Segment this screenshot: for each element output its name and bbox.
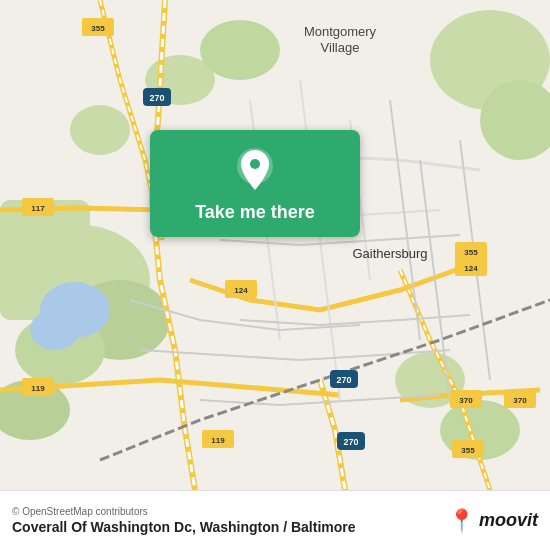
take-me-there-button[interactable]: Take me there: [150, 130, 360, 237]
svg-text:370: 370: [459, 396, 473, 405]
svg-text:117: 117: [31, 204, 45, 213]
moovit-logo: 📍 moovit: [448, 508, 538, 534]
svg-text:355: 355: [464, 248, 478, 257]
svg-text:370: 370: [513, 396, 527, 405]
take-me-there-label: Take me there: [195, 202, 315, 223]
svg-point-9: [200, 20, 280, 80]
bottom-left-info: © OpenStreetMap contributors Coverall Of…: [12, 506, 356, 535]
location-pin-icon: [231, 146, 279, 194]
svg-text:119: 119: [31, 384, 45, 393]
svg-text:355: 355: [461, 446, 475, 455]
location-name: Coverall Of Washington Dc, Washington / …: [12, 519, 356, 535]
map-container: 270 270 270 355 355 355 117 124 124 119 …: [0, 0, 550, 490]
svg-text:Gaithersburg: Gaithersburg: [352, 246, 427, 261]
bottom-bar: © OpenStreetMap contributors Coverall Of…: [0, 490, 550, 550]
svg-point-10: [70, 105, 130, 155]
svg-text:270: 270: [336, 375, 351, 385]
svg-text:124: 124: [234, 286, 248, 295]
moovit-pin-icon: 📍: [448, 508, 475, 534]
svg-text:355: 355: [91, 24, 105, 33]
svg-point-45: [250, 159, 260, 169]
svg-text:270: 270: [343, 437, 358, 447]
svg-text:Montgomery: Montgomery: [304, 24, 377, 39]
copyright-text: © OpenStreetMap contributors: [12, 506, 356, 517]
svg-text:270: 270: [149, 93, 164, 103]
svg-text:Village: Village: [321, 40, 360, 55]
svg-point-14: [30, 310, 80, 350]
svg-text:119: 119: [211, 436, 225, 445]
svg-text:124: 124: [464, 264, 478, 273]
moovit-text: moovit: [479, 510, 538, 531]
